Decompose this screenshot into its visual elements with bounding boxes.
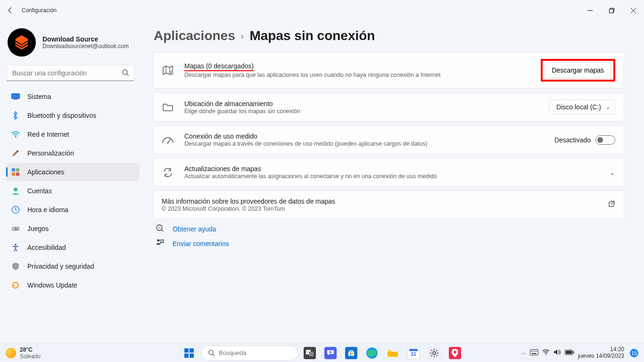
nav-hora[interactable]: Hora e idioma <box>6 201 140 219</box>
accessibility-icon <box>11 243 20 252</box>
svg-point-18 <box>167 142 168 143</box>
svg-point-47 <box>537 351 537 352</box>
taskbar-center: Búsqueda 31 <box>180 346 464 361</box>
taskbar: 28°C Soleado Búsqueda 31 ︿ 14:20 jueves … <box>0 343 644 362</box>
gamepad-icon <box>11 224 20 233</box>
nav-aplicaciones[interactable]: Aplicaciones <box>6 163 140 181</box>
svg-point-46 <box>535 351 536 352</box>
store-button[interactable] <box>342 346 360 361</box>
titlebar: Configuración <box>0 0 644 21</box>
feedback-link[interactable]: Enviar comentarios <box>173 240 229 247</box>
svg-rect-51 <box>566 351 572 354</box>
keyboard-icon[interactable] <box>530 349 538 357</box>
svg-point-29 <box>330 351 331 353</box>
storage-select[interactable]: Disco local (C:) ⌄ <box>549 99 615 115</box>
windows-icon <box>184 348 194 358</box>
svg-rect-25 <box>190 354 194 358</box>
svg-rect-28 <box>309 352 314 356</box>
settings-search <box>7 65 134 81</box>
start-button[interactable] <box>180 346 198 361</box>
metered-toggle[interactable] <box>595 135 615 145</box>
help-link[interactable]: Obtener ayuda <box>173 225 216 233</box>
nav-cuentas[interactable]: Cuentas <box>6 182 140 200</box>
nav-accesibilidad[interactable]: Accesibilidad <box>6 239 140 256</box>
explorer-button[interactable] <box>384 346 402 361</box>
clock-globe-icon <box>11 206 20 214</box>
chevron-down-icon: ⌄ <box>606 104 610 110</box>
svg-rect-36 <box>388 352 398 357</box>
paintbrush-icon <box>11 149 20 157</box>
nav-label: Windows Update <box>27 281 77 289</box>
wifi-tray-icon[interactable] <box>542 349 550 357</box>
taskbar-search-placeholder: Búsqueda <box>219 349 247 356</box>
maps-app-button[interactable] <box>446 346 464 361</box>
nav-update[interactable]: Windows Update <box>6 276 140 294</box>
account-profile[interactable]: Download Source Downloadsourcenet@outloo… <box>6 25 140 62</box>
maximize-icon <box>609 8 614 13</box>
nav-privacidad[interactable]: Privacidad y seguridad <box>6 257 140 275</box>
taskbar-weather[interactable]: 28°C Soleado <box>0 346 41 360</box>
nav-sistema[interactable]: Sistema <box>6 88 140 106</box>
chat-button[interactable] <box>322 346 339 361</box>
apps-icon <box>11 168 20 176</box>
nav-label: Accesibilidad <box>27 244 66 251</box>
svg-point-48 <box>545 354 546 355</box>
taskbar-search[interactable]: Búsqueda <box>201 346 298 361</box>
nav-label: Hora e idioma <box>27 206 68 214</box>
metered-toggle-state: Desactivado <box>554 136 591 144</box>
card-storage-desc: Elige dónde guardar los mapas sin conexi… <box>184 108 300 115</box>
taskview-button[interactable] <box>301 346 319 361</box>
nav-label: Privacidad y seguridad <box>27 263 94 270</box>
svg-rect-42 <box>532 353 537 354</box>
taskview-icon <box>304 347 316 359</box>
maximize-button[interactable] <box>601 3 622 18</box>
tray-overflow[interactable]: ︿ <box>521 349 526 356</box>
nav-juegos[interactable]: Juegos <box>6 220 140 238</box>
card-updates[interactable]: Actualizaciones de mapas Actualizar auto… <box>153 158 624 187</box>
window-title: Configuración <box>22 7 57 14</box>
weather-temp: 28°C <box>20 346 41 353</box>
card-metered: Conexión de uso medido Descargar mapas a… <box>153 125 624 154</box>
nav-label: Aplicaciones <box>27 168 65 176</box>
storage-select-value: Disco local (C:) <box>556 103 601 111</box>
feedback-icon <box>156 239 164 248</box>
battery-tray-icon[interactable] <box>565 350 574 356</box>
notification-badge[interactable]: 15 <box>630 349 638 357</box>
help-link-row: ? Obtener ayuda <box>156 224 624 234</box>
map-pin-icon <box>449 347 461 359</box>
nav-personalizacion[interactable]: Personalización <box>6 144 140 162</box>
card-updates-title: Actualizaciones de mapas <box>184 165 437 173</box>
calendar-icon: 31 <box>407 347 420 359</box>
breadcrumb-parent[interactable]: Aplicaciones <box>154 28 235 43</box>
gauge-icon <box>162 135 174 145</box>
settings-button[interactable] <box>425 346 443 361</box>
volume-tray-icon[interactable] <box>553 349 561 357</box>
card-info[interactable]: Más información sobre los proveedores de… <box>153 190 624 219</box>
profile-name: Download Source <box>42 35 129 43</box>
calendar-button[interactable]: 31 <box>405 346 422 361</box>
minimize-button[interactable] <box>579 3 601 18</box>
sync-icon <box>162 167 174 178</box>
svg-rect-33 <box>350 354 351 355</box>
shield-icon <box>11 262 20 271</box>
nav-red[interactable]: Red e Internet <box>6 125 140 143</box>
edge-icon <box>366 347 378 359</box>
taskbar-clock[interactable]: 14:20 jueves 14/09/2023 <box>578 346 624 360</box>
help-icon: ? <box>156 224 164 234</box>
svg-point-16 <box>15 244 17 246</box>
card-storage: Ubicación de almacenamiento Elige dónde … <box>153 92 624 122</box>
monitor-icon <box>11 92 20 101</box>
nav-bluetooth[interactable]: Bluetooth y dispositivos <box>6 107 140 124</box>
download-maps-button[interactable]: Descargar mapas <box>545 62 611 78</box>
back-button[interactable] <box>0 0 21 21</box>
close-icon <box>631 8 636 13</box>
edge-button[interactable] <box>363 346 381 361</box>
search-input[interactable] <box>7 65 134 81</box>
svg-rect-7 <box>12 168 15 172</box>
close-button[interactable] <box>622 3 644 18</box>
nav-label: Red e Internet <box>27 131 69 138</box>
avatar <box>8 28 36 57</box>
sidebar: Download Source Downloadsourcenet@outloo… <box>0 21 141 343</box>
card-info-title: Más información sobre los proveedores de… <box>162 197 335 205</box>
svg-rect-24 <box>184 354 189 358</box>
